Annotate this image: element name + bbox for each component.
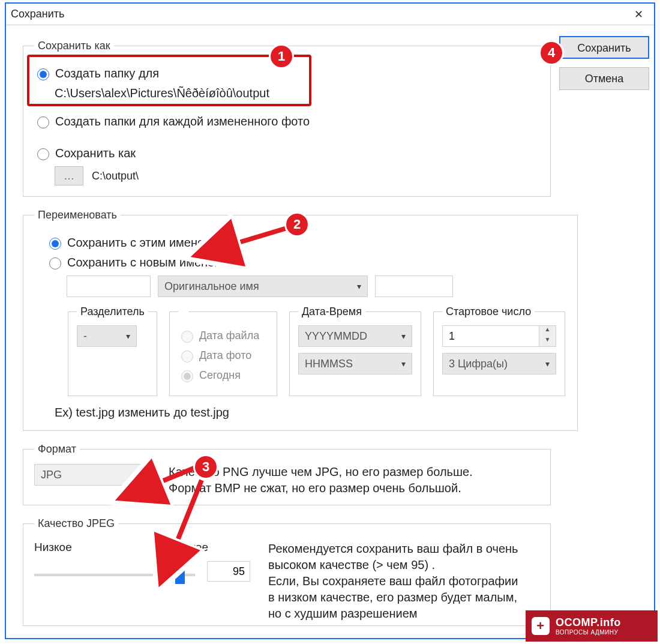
- format-select[interactable]: JPG ▾: [34, 464, 154, 486]
- separator-legend: Разделитель: [77, 305, 148, 318]
- separator-group: Разделитель - ▾: [68, 305, 157, 396]
- window-title: Сохранить: [11, 8, 64, 20]
- rename-name-select[interactable]: Оригинальное имя ▾: [158, 275, 368, 297]
- format-value: JPG: [41, 469, 62, 481]
- radio-date-photo-label: Дата фото: [199, 349, 251, 362]
- radio-per-photo[interactable]: Создать папки для каждой измененного фот…: [34, 115, 539, 128]
- dialog-content: Сохранить Отмена Сохранить как Создать п…: [6, 25, 654, 632]
- format-group: Формат JPG ▾ Качество PNG лучше чем JPG,…: [23, 443, 551, 505]
- watermark-line1: OCOMP.info: [556, 616, 621, 629]
- radio-new-name-label: Сохранить с новым именем: [67, 256, 223, 269]
- quality-slider-thumb[interactable]: [175, 566, 185, 584]
- start-number-group: Стартовое число 1 ▲▼ 3 Цифра(ы) ▾: [433, 305, 565, 396]
- quality-group: Качество JPEG Низкое Высокое: [23, 517, 551, 626]
- browse-button[interactable]: …: [55, 166, 83, 185]
- radio-date-file-input[interactable]: [181, 331, 193, 343]
- plus-icon: +: [532, 617, 550, 635]
- close-icon[interactable]: ✕: [628, 5, 649, 23]
- watermark-line2: ВОПРОСЫ АДМИНУ: [556, 629, 621, 636]
- save-dialog: Сохранить ✕ Сохранить Отмена Сохранить к…: [5, 2, 655, 639]
- radio-new-name[interactable]: Сохранить с новым именем: [46, 256, 566, 269]
- save-as-legend: Сохранить как: [34, 40, 114, 52]
- action-buttons: Сохранить Отмена: [559, 36, 649, 98]
- digits-value: 3 Цифра(ы): [449, 358, 508, 370]
- format-hint: Качество PNG лучше чем JPG, но его разме…: [169, 464, 505, 496]
- radio-save-as-path-input[interactable]: [37, 148, 49, 160]
- chevron-down-icon: ▾: [357, 281, 361, 291]
- radio-date-photo-input[interactable]: [181, 351, 193, 363]
- radio-create-folder[interactable]: Создать папку для: [34, 67, 539, 80]
- quality-legend: Качество JPEG: [34, 517, 118, 530]
- quality-value-input[interactable]: [207, 561, 250, 582]
- quality-low-label: Низкое: [34, 541, 72, 554]
- date-format-select[interactable]: YYYYMMDD ▾: [298, 325, 412, 347]
- datetime-format-group: Дата-Время YYYYMMDD ▾ HHMMSS ▾: [289, 305, 421, 396]
- spinner-arrows[interactable]: ▲▼: [539, 326, 556, 346]
- radio-keep-name-label: Сохранить с этим именем: [67, 236, 212, 250]
- chevron-down-icon: ▾: [401, 359, 406, 369]
- start-number-value: 1: [443, 326, 539, 346]
- format-legend: Формат: [34, 443, 80, 456]
- separator-select[interactable]: - ▾: [77, 325, 137, 347]
- quality-slider[interactable]: [34, 574, 195, 576]
- radio-save-as-path-label: Сохранить как: [55, 146, 136, 160]
- quality-hint: Рекомендуется сохранить ваш файл в очень…: [268, 541, 526, 622]
- radio-new-name-input[interactable]: [49, 257, 61, 269]
- rename-legend: Переименовать: [34, 209, 121, 221]
- time-format-select[interactable]: HHMMSS ▾: [298, 353, 412, 375]
- quality-high-label: Высокое: [163, 541, 208, 554]
- radio-date-file[interactable]: Дата файла: [178, 329, 268, 343]
- digits-select[interactable]: 3 Цифра(ы) ▾: [442, 353, 556, 375]
- titlebar: Сохранить ✕: [6, 4, 654, 25]
- time-format-value: HHMMSS: [305, 358, 353, 370]
- radio-date-today[interactable]: Сегодня: [178, 369, 268, 382]
- radio-date-file-label: Дата файла: [199, 330, 259, 342]
- start-number-legend: Стартовое число: [442, 305, 535, 318]
- save-as-path: C:\output\: [92, 170, 139, 182]
- rename-example: Ex) test.jpg изменить до test.jpg: [55, 406, 566, 420]
- rename-group: Переименовать Сохранить с этим именем Со…: [23, 209, 578, 431]
- radio-per-photo-input[interactable]: [37, 116, 49, 128]
- radio-save-as-path[interactable]: Сохранить как: [34, 146, 539, 160]
- cancel-button[interactable]: Отмена: [559, 67, 649, 90]
- rename-suffix-input[interactable]: [375, 275, 453, 297]
- chevron-down-icon: ▾: [545, 359, 550, 369]
- radio-date-today-label: Сегодня: [199, 369, 241, 382]
- radio-per-photo-label: Создать папки для каждой измененного фот…: [55, 115, 310, 128]
- radio-keep-name[interactable]: Сохранить с этим именем: [46, 236, 566, 250]
- save-as-group: Сохранить как Создать папку для C:\Users…: [23, 40, 551, 197]
- chevron-down-icon: ▾: [143, 470, 148, 480]
- chevron-down-icon: ▾: [126, 331, 130, 341]
- save-button[interactable]: Сохранить: [559, 36, 649, 59]
- create-folder-path: C:\Users\alex\Pictures\Ñêðèíøîòû\output: [55, 86, 539, 100]
- watermark: + OCOMP.info ВОПРОСЫ АДМИНУ: [526, 610, 658, 642]
- datetime-source-group: . Дата файла Дата фото Сегодня: [169, 305, 277, 396]
- radio-date-photo[interactable]: Дата фото: [178, 349, 268, 363]
- radio-create-folder-label: Создать папку для: [55, 67, 159, 80]
- start-number-spinner[interactable]: 1 ▲▼: [442, 325, 556, 347]
- date-format-value: YYYYMMDD: [305, 330, 367, 343]
- chevron-down-icon: ▾: [401, 331, 406, 341]
- rename-name-select-value: Оригинальное имя: [164, 280, 259, 293]
- datetime-legend: Дата-Время: [298, 305, 365, 318]
- separator-value: -: [83, 330, 87, 343]
- rename-prefix-input[interactable]: [67, 275, 151, 297]
- radio-date-today-input[interactable]: [181, 370, 193, 382]
- radio-keep-name-input[interactable]: [49, 238, 61, 250]
- radio-create-folder-input[interactable]: [37, 68, 49, 80]
